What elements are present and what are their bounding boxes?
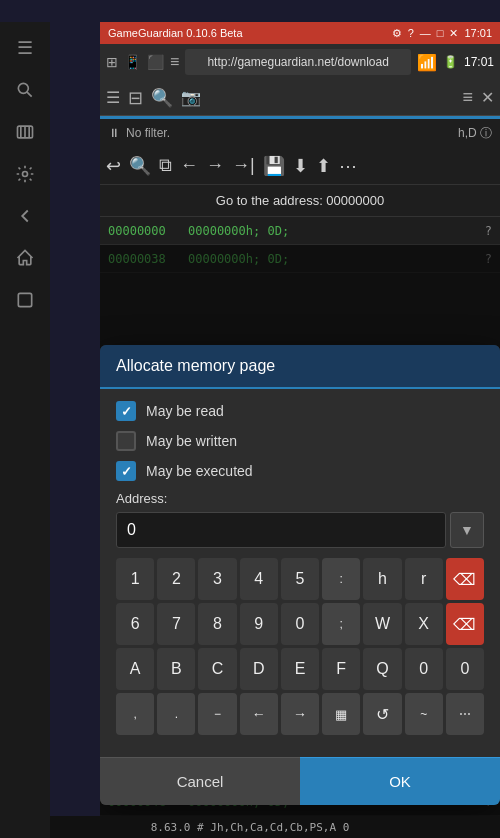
sidebar-icon-settings[interactable] (7, 156, 43, 192)
more-icon[interactable]: ⋯ (339, 155, 357, 177)
save-icon[interactable]: 💾 (263, 155, 285, 177)
svg-point-6 (23, 172, 28, 177)
bottom-status-bar: 8.63.0 # Jh,Ch,Ca,Cd,Cb,PS,A 0 (0, 816, 500, 838)
menu-lines-icon[interactable]: ≡ (170, 53, 179, 71)
key-x[interactable]: X (405, 603, 443, 645)
address-display-text: Go to the address: 00000000 (216, 193, 384, 208)
key-6[interactable]: 6 (116, 603, 154, 645)
time: 17:01 (464, 27, 492, 39)
key-1[interactable]: 1 (116, 558, 154, 600)
key-f[interactable]: F (322, 648, 360, 690)
key-a[interactable]: A (116, 648, 154, 690)
key-w[interactable]: W (363, 603, 401, 645)
key-semicolon[interactable]: ; (322, 603, 360, 645)
key-minus[interactable]: − (198, 693, 236, 735)
nav-camera-icon[interactable]: 📷 (181, 88, 201, 107)
close-icon[interactable]: ✕ (449, 27, 458, 40)
filter-text: No filter. (126, 126, 170, 140)
key-tilde[interactable]: ~ (405, 693, 443, 735)
key-b[interactable]: B (157, 648, 195, 690)
key-right-arrow[interactable]: → (281, 693, 319, 735)
back-arrow-icon[interactable]: ← (180, 155, 198, 176)
nav-list-icon[interactable]: ≡ (462, 87, 473, 108)
sidebar-icon-back[interactable] (7, 198, 43, 234)
filter-right: h,D ⓘ (458, 125, 492, 142)
key-2[interactable]: 2 (157, 558, 195, 600)
nav-close-icon[interactable]: ✕ (481, 88, 494, 107)
sidebar-icon-menu[interactable]: ☰ (7, 30, 43, 66)
key-r[interactable]: r (405, 558, 443, 600)
key-e[interactable]: E (281, 648, 319, 690)
svg-rect-7 (18, 293, 31, 306)
checkbox-read[interactable] (116, 401, 136, 421)
nav-bookmark-icon[interactable]: ⊟ (128, 87, 143, 109)
svg-point-0 (18, 83, 28, 93)
svg-line-1 (27, 92, 32, 97)
key-dot[interactable]: . (157, 693, 195, 735)
key-d[interactable]: D (240, 648, 278, 690)
checkbox-exec[interactable] (116, 461, 136, 481)
address-display: Go to the address: 00000000 (100, 185, 500, 217)
status-bar-left: GameGuardian 0.10.6 Beta (108, 27, 243, 39)
nav-search-icon[interactable]: 🔍 (151, 87, 173, 109)
jump-icon[interactable]: →| (232, 155, 255, 176)
copy-icon[interactable]: ⧉ (159, 155, 172, 176)
checkbox-write[interactable] (116, 431, 136, 451)
checkbox-exec-label: May be executed (146, 463, 253, 479)
memory-addr-0: 00000000 (108, 224, 188, 238)
key-0[interactable]: 0 (281, 603, 319, 645)
dropdown-button[interactable]: ▼ (450, 512, 484, 548)
modal-body: May be read May be written May be execut… (100, 389, 500, 757)
key-00-1[interactable]: 0 (405, 648, 443, 690)
maximize-icon[interactable]: □ (437, 27, 444, 39)
key-colon[interactable]: : (322, 558, 360, 600)
help-icon[interactable]: ? (408, 27, 414, 39)
minimize-icon[interactable]: — (420, 27, 431, 39)
key-5[interactable]: 5 (281, 558, 319, 600)
key-c[interactable]: C (198, 648, 236, 690)
sidebar-icon-home[interactable] (7, 240, 43, 276)
settings-icon[interactable]: ⚙ (392, 27, 402, 40)
filter-icon[interactable]: 🔍 (129, 155, 151, 177)
key-q[interactable]: Q (363, 648, 401, 690)
tab-icon[interactable]: ⊞ (106, 54, 118, 70)
modal-footer: Cancel OK (100, 757, 500, 805)
tablet-icon[interactable]: ⬛ (147, 54, 164, 70)
key-8[interactable]: 8 (198, 603, 236, 645)
forward-arrow-icon[interactable]: → (206, 155, 224, 176)
key-ellipsis[interactable]: ⋯ (446, 693, 484, 735)
key-backspace-1[interactable]: ⌫ (446, 558, 484, 600)
phone-icon[interactable]: 📱 (124, 54, 141, 70)
key-7[interactable]: 7 (157, 603, 195, 645)
sidebar-icon-square[interactable] (7, 282, 43, 318)
modal-overlay: Allocate memory page May be read May be … (100, 245, 500, 816)
ok-button[interactable]: OK (300, 757, 500, 805)
checkbox-read-row: May be read (116, 401, 484, 421)
action-row: ↩ 🔍 ⧉ ← → →| 💾 ⬇ ⬆ ⋯ (100, 147, 500, 185)
key-9[interactable]: 9 (240, 603, 278, 645)
address-input[interactable] (116, 512, 446, 548)
nav-menu-icon[interactable]: ☰ (106, 88, 120, 107)
key-history[interactable]: ↺ (363, 693, 401, 735)
key-4[interactable]: 4 (240, 558, 278, 600)
memory-val-0: 00000000h; 0D; (188, 224, 485, 238)
memory-mark-0: ? (485, 224, 492, 238)
sidebar-icon-memory[interactable] (7, 114, 43, 150)
key-left-arrow[interactable]: ← (240, 693, 278, 735)
download-icon[interactable]: ⬇ (293, 155, 308, 177)
key-00-2[interactable]: 0 (446, 648, 484, 690)
key-backspace-2[interactable]: ⌫ (446, 603, 484, 645)
address-bar-input[interactable] (185, 49, 411, 75)
key-select[interactable]: ▦ (322, 693, 360, 735)
sidebar-icon-search[interactable] (7, 72, 43, 108)
address-bar-time: 17:01 (464, 55, 494, 69)
key-3[interactable]: 3 (198, 558, 236, 600)
upload-icon[interactable]: ⬆ (316, 155, 331, 177)
key-comma[interactable]: , (116, 693, 154, 735)
memory-row-0: 00000000 00000000h; 0D; ? (100, 217, 500, 245)
key-h[interactable]: h (363, 558, 401, 600)
address-label: Address: (116, 491, 484, 506)
undo-icon[interactable]: ↩ (106, 155, 121, 177)
checkbox-read-label: May be read (146, 403, 224, 419)
cancel-button[interactable]: Cancel (100, 757, 300, 805)
